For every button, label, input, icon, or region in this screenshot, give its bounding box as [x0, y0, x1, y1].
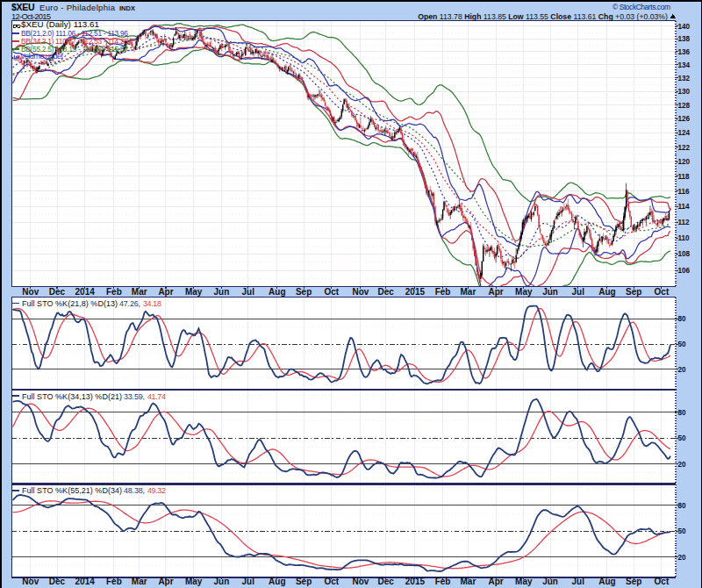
svg-text:Dec: Dec — [378, 577, 395, 586]
svg-text:Jul: Jul — [241, 577, 254, 586]
svg-text:136: 136 — [677, 48, 690, 56]
svg-text:50: 50 — [677, 434, 686, 442]
svg-text:Sep: Sep — [296, 287, 312, 297]
svg-text:Nov: Nov — [22, 287, 39, 297]
svg-text:Full STO %K(21,8) %D(13): Full STO %K(21,8) %D(13) — [22, 299, 118, 308]
svg-text:120: 120 — [677, 158, 690, 166]
svg-text:49.32: 49.32 — [147, 486, 166, 495]
svg-text:34.18: 34.18 — [143, 299, 161, 308]
svg-text:Apr: Apr — [488, 287, 503, 297]
svg-text:Apr: Apr — [158, 287, 173, 297]
svg-text:Aug: Aug — [598, 287, 615, 297]
svg-text:Oct: Oct — [324, 287, 339, 297]
svg-text:© StockCharts.com: © StockCharts.com — [612, 3, 670, 11]
svg-text:$XEU (Daily) 113.61: $XEU (Daily) 113.61 — [21, 19, 99, 29]
svg-text:Sep: Sep — [626, 287, 641, 297]
svg-text:134: 134 — [677, 61, 690, 69]
svg-text:INDX: INDX — [119, 4, 135, 12]
svg-text:2015: 2015 — [405, 577, 426, 586]
svg-text:2014: 2014 — [75, 287, 96, 297]
svg-text:Mar: Mar — [132, 577, 147, 586]
svg-text:80: 80 — [677, 502, 686, 510]
svg-text:20: 20 — [677, 461, 686, 469]
svg-text:Oct: Oct — [324, 577, 339, 586]
svg-text:Sep: Sep — [296, 577, 312, 586]
svg-text:Nov: Nov — [352, 577, 369, 586]
svg-text:Sep: Sep — [626, 577, 641, 586]
svg-text:Feb: Feb — [106, 287, 122, 297]
svg-text:50: 50 — [677, 341, 686, 348]
svg-text:50: 50 — [677, 527, 686, 535]
svg-text:May: May — [185, 577, 203, 586]
svg-text:May: May — [185, 287, 203, 297]
svg-text:Oct: Oct — [655, 287, 670, 297]
svg-text:Oct: Oct — [655, 577, 670, 586]
svg-text:Nov: Nov — [352, 287, 369, 297]
svg-text:20: 20 — [677, 366, 686, 374]
svg-text:2014: 2014 — [75, 577, 96, 586]
svg-text:47.26,: 47.26, — [119, 299, 140, 308]
svg-text:May: May — [515, 287, 533, 297]
svg-text:106: 106 — [677, 267, 690, 275]
svg-text:Feb: Feb — [435, 577, 451, 586]
svg-text:2015: 2015 — [405, 287, 426, 297]
svg-text:110: 110 — [677, 234, 690, 242]
svg-text:124: 124 — [677, 129, 690, 137]
svg-text:80: 80 — [677, 409, 686, 417]
svg-text:122: 122 — [677, 144, 690, 152]
svg-text:Jul: Jul — [572, 577, 585, 586]
svg-text:128: 128 — [677, 102, 690, 110]
svg-text:Apr: Apr — [488, 577, 503, 586]
svg-text:Jul: Jul — [241, 287, 254, 297]
svg-text:Aug: Aug — [598, 577, 615, 586]
svg-text:Open 113.78 High 113.85 Low 11: Open 113.78 High 113.85 Low 113.55 Close… — [418, 12, 668, 21]
svg-text:116: 116 — [677, 188, 690, 196]
svg-text:20: 20 — [677, 554, 686, 562]
svg-text:112: 112 — [677, 219, 690, 226]
svg-text:Jun: Jun — [542, 287, 558, 297]
svg-text:41.74: 41.74 — [147, 392, 166, 401]
svg-text:Euro - Philadelphia: Euro - Philadelphia — [39, 3, 116, 12]
svg-text:Jun: Jun — [214, 577, 230, 586]
svg-text:Jun: Jun — [214, 287, 230, 297]
svg-text:Feb: Feb — [435, 287, 451, 297]
svg-text:Feb: Feb — [106, 577, 122, 586]
svg-text:Aug: Aug — [269, 287, 285, 297]
svg-text:126: 126 — [677, 115, 690, 123]
svg-text:Dec: Dec — [378, 287, 395, 297]
svg-text:Jun: Jun — [542, 577, 558, 586]
svg-text:80: 80 — [677, 315, 686, 323]
svg-text:Mar: Mar — [132, 287, 147, 297]
svg-text:130: 130 — [677, 88, 690, 96]
svg-text:Dec: Dec — [49, 577, 66, 586]
svg-text:48.38,: 48.38, — [124, 486, 145, 495]
svg-text:May: May — [515, 577, 533, 586]
svg-text:108: 108 — [677, 250, 690, 258]
svg-text:140: 140 — [677, 23, 690, 31]
svg-text:118: 118 — [677, 173, 690, 181]
svg-text:Full STO %K(34,13) %D(21): Full STO %K(34,13) %D(21) — [22, 392, 122, 401]
svg-text:Jul: Jul — [572, 287, 585, 297]
svg-text:Mar: Mar — [461, 287, 476, 297]
svg-text:Nov: Nov — [22, 577, 39, 586]
svg-text:Mar: Mar — [461, 577, 476, 586]
svg-text:138: 138 — [677, 35, 690, 43]
svg-text:Apr: Apr — [158, 577, 173, 586]
svg-text:Volume undef: Volume undef — [20, 52, 63, 61]
svg-text:132: 132 — [677, 75, 690, 82]
svg-text:Full STO %K(55,21) %D(34): Full STO %K(55,21) %D(34) — [22, 486, 122, 495]
svg-text:33.59,: 33.59, — [124, 392, 145, 401]
svg-text:114: 114 — [677, 203, 690, 211]
svg-text:Aug: Aug — [269, 577, 285, 586]
svg-text:Dec: Dec — [49, 287, 66, 297]
